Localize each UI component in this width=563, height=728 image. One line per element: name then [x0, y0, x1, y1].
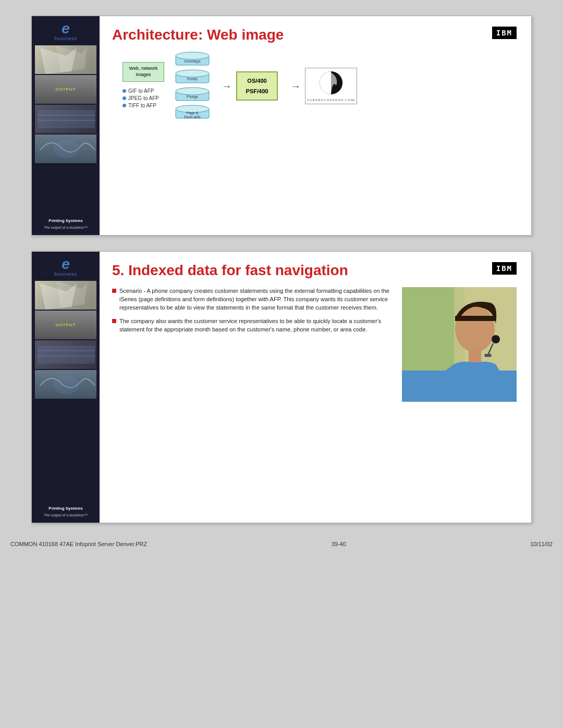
arch-left-section: Web, network images GIF to AFP JPEG to A…	[123, 62, 164, 109]
arrow-to-supersun: →	[290, 80, 301, 92]
bullet-item-2: The company also wants the customer serv…	[112, 317, 391, 334]
e-logo: e	[62, 21, 70, 36]
ibm-logo-2: IBM	[492, 262, 517, 275]
svg-rect-30	[455, 316, 496, 321]
slide-1-sidebar: e business OUTPUT	[32, 16, 100, 235]
footer-right-text: 10/11/02	[530, 541, 553, 547]
bullet-dot-1	[123, 89, 126, 93]
slide-1-content: Architecture: Web image IBM Web, network…	[100, 16, 531, 235]
slide-1-header: Architecture: Web image IBM	[112, 27, 517, 43]
cylinder-psegs: Psegs	[175, 87, 210, 103]
sidebar-2-business-label: business	[54, 272, 77, 277]
supersun-icon	[318, 70, 344, 96]
svg-marker-1	[56, 45, 87, 72]
indexed-text-section: Scenario - A phone company creates custo…	[112, 287, 391, 402]
indexed-photo	[402, 287, 517, 402]
sidebar-decorative-1	[35, 45, 96, 74]
slide-2-card: e business OUTPUT	[31, 251, 532, 523]
supersun-box: SUPERSUNSEEDS.COM	[305, 68, 357, 104]
svg-marker-21	[56, 281, 87, 308]
arch-cylinders: Overlays Fonts	[175, 52, 210, 120]
sidebar-2-printing: Printing Systems	[44, 506, 88, 511]
bullet-1-text: Scenario - A phone company creates custo…	[119, 287, 391, 312]
sidebar-2-img-4	[35, 370, 96, 399]
arch-diagram: Web, network images GIF to AFP JPEG to A…	[123, 52, 517, 120]
slide-2-sidebar: e business OUTPUT	[32, 252, 100, 523]
slide-1-card: e business OUTPUT	[31, 16, 532, 236]
sidebar-business-label: business	[54, 36, 77, 41]
person-photo-svg	[402, 287, 517, 402]
footer-left-text: COMMON 410168 47AE Infoprint Server Denv…	[10, 541, 147, 547]
svg-text:Fonts: Fonts	[187, 77, 198, 81]
bullet-dot-2	[123, 96, 126, 100]
page-container: e business OUTPUT	[0, 0, 563, 728]
bullet-item-1: Scenario - A phone company creates custo…	[112, 287, 391, 312]
svg-point-5	[53, 140, 79, 158]
footer-center-text: 39-40	[332, 541, 346, 547]
svg-text:Form defs: Form defs	[184, 115, 201, 119]
arrow-to-os400: →	[222, 80, 232, 92]
page-footer: COMMON 410168 47AE Infoprint Server Denv…	[0, 539, 563, 549]
arch-bullet-list: GIF to AFP JPEG to AFP TIFF to AFP	[123, 88, 159, 110]
sidebar-decorative-4	[35, 134, 96, 163]
sidebar-2-output-block: OUTPUT	[35, 311, 96, 339]
cylinder-pageform: Page & Form defs	[175, 105, 210, 120]
psf400-label: PSF/400	[244, 88, 270, 94]
bullet-2-text: The company also wants the customer serv…	[119, 317, 391, 334]
slide-2-content: 5. Indexed data for fast navigation IBM …	[100, 252, 531, 523]
svg-rect-2	[38, 110, 95, 128]
os400-label: OS/400	[244, 78, 270, 84]
bullet-jpeg: JPEG to AFP	[123, 95, 159, 101]
sidebar-2-output-label: OUTPUT	[56, 322, 76, 328]
sidebar-logo: e business	[54, 21, 77, 41]
sidebar-decorative-3	[35, 105, 96, 133]
slide-2-header: 5. Indexed data for fast navigation IBM	[112, 262, 517, 279]
slide-2-title: 5. Indexed data for fast navigation	[112, 262, 348, 279]
sidebar-2-output-text: The output of e-business™	[44, 513, 88, 517]
sidebar-output-text: The output of e-business™	[44, 225, 88, 230]
svg-text:Psegs: Psegs	[187, 94, 198, 99]
sidebar-2-images: OUTPUT	[35, 281, 96, 503]
svg-text:Overlays: Overlays	[184, 59, 201, 64]
svg-rect-35	[484, 354, 492, 357]
ibm-logo-1: IBM	[492, 27, 517, 39]
supersun-text: SUPERSUNSEEDS.COM	[307, 98, 355, 102]
sidebar-2-bottom: Printing Systems The output of e-busines…	[44, 503, 88, 517]
red-bullet-2	[112, 319, 116, 323]
cylinder-fonts: Fonts	[175, 69, 210, 85]
sidebar-bottom: Printing Systems The output of e-busines…	[44, 215, 88, 230]
svg-point-10	[176, 70, 209, 77]
svg-point-7	[176, 52, 209, 59]
svg-point-13	[176, 88, 209, 95]
sidebar-output-block: OUTPUT	[35, 75, 96, 104]
svg-rect-32	[402, 371, 517, 402]
sidebar-2-logo: e business	[54, 257, 77, 277]
sidebar-2-img-1	[35, 281, 96, 310]
sidebar-output-label: OUTPUT	[56, 86, 76, 93]
indexed-content: Scenario - A phone company creates custo…	[112, 287, 517, 402]
bullet-dot-3	[123, 104, 126, 107]
cylinder-overlays: Overlays	[175, 52, 210, 67]
e-logo-2: e	[62, 257, 70, 272]
bullet-tiff: TIFF to AFP	[123, 103, 159, 108]
red-bullet-1	[112, 289, 116, 293]
sidebar-images: OUTPUT	[35, 45, 96, 215]
sidebar-2-img-3	[35, 340, 96, 369]
svg-point-25	[53, 375, 79, 394]
svg-text:Page &: Page &	[187, 111, 199, 115]
os400-box: OS/400 PSF/400	[236, 71, 278, 101]
web-network-box: Web, network images	[123, 62, 164, 81]
slide-1-title: Architecture: Web image	[112, 27, 284, 43]
svg-rect-22	[38, 346, 95, 364]
sidebar-printing-label: Printing Systems	[44, 218, 88, 224]
bullet-gif: GIF to AFP	[123, 88, 159, 94]
svg-point-33	[492, 335, 500, 343]
